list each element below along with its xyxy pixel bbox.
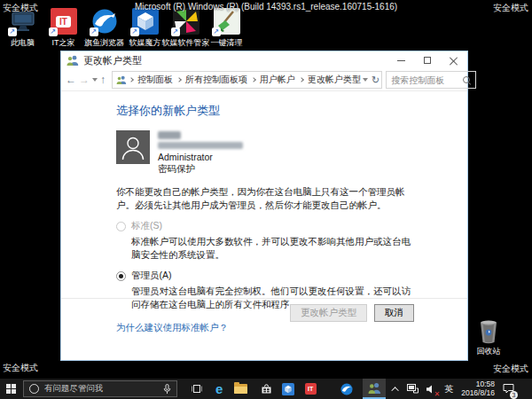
- ime-indicator[interactable]: 英: [444, 383, 453, 395]
- system-tray: ✕ 英 10:58 2016/8/16 3: [386, 380, 532, 398]
- taskbar-edge-button[interactable]: e: [208, 379, 231, 399]
- mute-x-icon: ✕: [434, 391, 440, 398]
- desktop-icon-label: 一键清理: [211, 37, 243, 49]
- recycle-bin-icon: [477, 319, 500, 344]
- standard-radio-row[interactable]: 标准(S): [116, 220, 414, 232]
- taskbar: 有问题尽管问我 e: [0, 379, 532, 399]
- search-input[interactable]: [391, 75, 462, 85]
- admin-radio-row[interactable]: 管理员(A): [116, 270, 414, 282]
- breadcrumb-separator-icon: [129, 77, 134, 82]
- search-icon[interactable]: [462, 75, 471, 84]
- back-button[interactable]: ←: [66, 74, 76, 86]
- task-view-button[interactable]: [186, 379, 208, 399]
- user-accounts-icon: [66, 55, 79, 66]
- breadcrumb-user-accounts[interactable]: 用户帐户: [258, 74, 297, 86]
- taskbar-user-accounts-button-active[interactable]: [363, 379, 386, 399]
- maximize-button[interactable]: [414, 51, 441, 69]
- user-card: Administrator 密码保护: [116, 130, 414, 176]
- taskbar-mofang-button[interactable]: [278, 379, 300, 399]
- user-email-redacted: [158, 142, 243, 149]
- nav-arrows: ← → ↑: [66, 74, 108, 86]
- qiyu-browser-icon: [340, 383, 353, 395]
- volume-muted-button[interactable]: ✕: [426, 381, 436, 397]
- shortcut-arrow-icon: ↗: [130, 27, 139, 36]
- minimize-icon: [397, 60, 405, 61]
- shortcut-arrow-icon: ↗: [171, 27, 180, 36]
- breadcrumb-separator-icon: [176, 77, 182, 82]
- desktop-icon-label: 软媒软件管家: [162, 37, 210, 49]
- shortcut-arrow-icon: ↗: [8, 27, 17, 36]
- taskbar-explorer-button[interactable]: [230, 379, 252, 399]
- page-title: 选择你的新帐户类型: [116, 103, 414, 119]
- up-button[interactable]: ↑: [100, 74, 106, 86]
- address-bar[interactable]: 控制面板 所有控制面板项 用户帐户 更改帐户类型 ↻: [112, 71, 382, 89]
- taskbar-clock[interactable]: 10:58 2016/8/16: [461, 380, 495, 398]
- recent-pages-dropdown-icon[interactable]: [92, 78, 98, 82]
- network-icon[interactable]: [407, 384, 419, 394]
- ithome-icon: IT ↗: [51, 8, 77, 35]
- desktop-icon-ithome[interactable]: IT ↗ IT之家: [43, 8, 83, 49]
- desktop-icon-label: 软媒魔方: [129, 37, 161, 49]
- action-center-button[interactable]: 3: [503, 381, 514, 397]
- desktop-icon-recycle-bin[interactable]: 回收站: [466, 319, 511, 357]
- safe-mode-watermark-bottom-right: 安全模式: [493, 363, 528, 375]
- clock-date: 2016/8/16: [461, 389, 495, 398]
- desktop-icon-mofang[interactable]: ↗ 软媒魔方: [125, 8, 165, 49]
- cortana-placeholder: 有问题尽管问我: [44, 383, 163, 395]
- microphone-icon[interactable]: [163, 384, 171, 395]
- desktop-icon-qiyu-browser[interactable]: ↗ 旗鱼浏览器: [84, 8, 124, 49]
- user-accounts-icon: [368, 382, 381, 394]
- desktop: { "watermarks": { "safe_mode": "安全模式", "…: [0, 0, 532, 399]
- windows-logo-icon: [6, 384, 16, 394]
- taskbar-ithome-button[interactable]: IT: [300, 379, 322, 399]
- windows-build-watermark: Microsoft (R) Windows (R) (Build 14393.r…: [0, 2, 532, 12]
- task-view-icon: [191, 384, 203, 394]
- user-password-protected: 密码保护: [158, 163, 243, 175]
- edge-icon: e: [215, 382, 223, 395]
- address-dropdown-icon[interactable]: [363, 78, 368, 82]
- cortana-search-box[interactable]: 有问题尽管问我: [23, 380, 177, 397]
- shortcut-arrow-icon: ↗: [49, 27, 58, 36]
- taskbar-qiyu-button[interactable]: [336, 379, 358, 399]
- close-button[interactable]: [441, 51, 467, 69]
- desktop-icon-one-click-clean[interactable]: ↗ 一键清理: [207, 8, 246, 49]
- why-standard-account-link[interactable]: 为什么建议使用标准帐户？: [116, 322, 228, 334]
- footer-buttons: 更改帐户类型 取消: [290, 304, 414, 322]
- cancel-button[interactable]: 取消: [374, 304, 414, 322]
- file-explorer-icon: [234, 384, 247, 394]
- avatar: [116, 130, 150, 164]
- user-role: Administrator: [158, 152, 243, 163]
- mofang-icon: [282, 383, 294, 395]
- change-account-type-button[interactable]: 更改帐户类型: [290, 304, 367, 322]
- standard-radio-label: 标准(S): [131, 220, 162, 232]
- qiyu-browser-icon: ↗: [91, 8, 118, 35]
- taskbar-store-button[interactable]: [255, 379, 278, 399]
- footer-divider: [61, 298, 467, 299]
- show-hidden-icons-chevron[interactable]: [392, 387, 399, 394]
- intro-text: 你不能更改自己的帐户类型，因为你在这台电脑上只有这一个管理员帐户。必须先让其他用…: [116, 185, 414, 212]
- person-icon: [116, 130, 150, 164]
- user-accounts-breadcrumb-icon: [116, 75, 127, 84]
- forward-button[interactable]: →: [79, 74, 90, 86]
- breadcrumb-all-items[interactable]: 所有控制面板项: [184, 74, 249, 86]
- admin-radio-icon[interactable]: [116, 271, 126, 281]
- minimize-button[interactable]: [387, 51, 414, 69]
- window-titlebar[interactable]: 更改帐户类型: [61, 51, 467, 69]
- recycle-bin-label: 回收站: [477, 346, 501, 357]
- safe-mode-watermark-bottom-left: 安全模式: [3, 362, 38, 374]
- standard-radio-icon[interactable]: [116, 222, 126, 231]
- breadcrumb-control-panel[interactable]: 控制面板: [136, 74, 175, 86]
- start-button[interactable]: [0, 379, 23, 399]
- control-panel-search[interactable]: [386, 71, 476, 89]
- refresh-button[interactable]: ↻: [372, 74, 379, 86]
- navigation-bar: ← → ↑ 控制面板 所有控制面板项 用户帐户 更改帐户类型: [61, 69, 467, 91]
- breadcrumb-change-account-type[interactable]: 更改帐户类型: [306, 74, 363, 86]
- desktop-icon-software-manager[interactable]: ↗ 软媒软件管家: [166, 8, 206, 49]
- window-content: 选择你的新帐户类型 Administrator 密码保护 你不能更改自己的帐户类…: [61, 91, 467, 360]
- maximize-icon: [424, 57, 431, 64]
- ithome-icon: IT: [305, 383, 317, 395]
- one-click-clean-icon: ↗: [214, 8, 240, 35]
- desktop-icon-label: 此电脑: [11, 37, 35, 49]
- breadcrumb-separator-icon: [251, 77, 256, 82]
- standard-description: 标准帐户可以使用大多数软件，并可以更改不影响其他用户或这台电脑安全性的系统设置。: [131, 235, 414, 262]
